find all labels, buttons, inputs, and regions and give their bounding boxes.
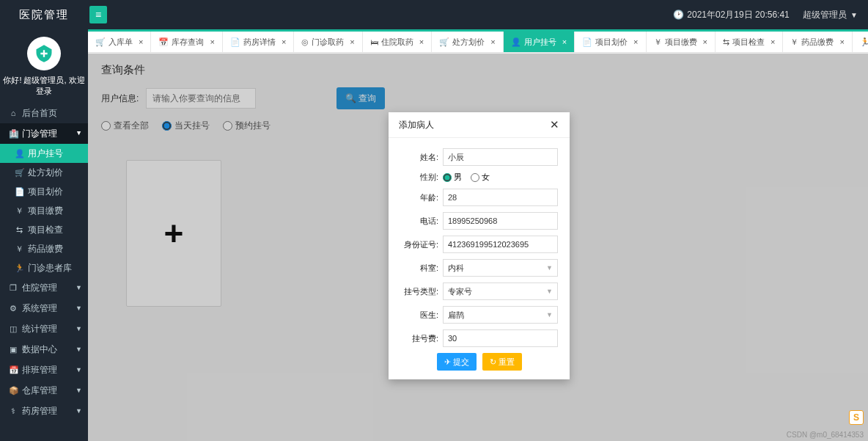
sub-item-check[interactable]: ⇆项目检查 [0,220,88,239]
radio-label: 女 [482,172,490,183]
submit-button[interactable]: ✈提交 [437,353,477,371]
id-input[interactable] [443,236,558,253]
sex-female[interactable]: 女 [471,172,490,183]
menu-toggle-button[interactable]: ≡ [89,6,107,23]
nav-data[interactable]: ▣数据中心▼ [0,339,88,360]
user-icon: 👤 [15,149,23,158]
nav-system[interactable]: ⚙系统管理▼ [0,298,88,318]
tab-item-price[interactable]: 📄项目划价× [575,32,646,52]
close-icon[interactable]: × [419,37,424,46]
calendar-icon: 📅 [9,365,18,375]
nav-stats-label: 统计管理 [22,323,57,335]
doc-icon: 📄 [582,37,592,47]
reset-label: 重置 [499,357,515,368]
tab-label: 药房详情 [243,37,276,48]
nav-pharmacy[interactable]: ⚕药房管理▼ [0,401,88,421]
nav-schedule[interactable]: 📅排班管理▼ [0,360,88,380]
chevron-down-icon: ▼ [76,407,82,415]
close-icon[interactable]: × [562,37,567,46]
person-icon: 🏃 [860,37,868,47]
tab-drug-fee[interactable]: ￥药品缴费× [783,32,852,52]
bed-icon: 🛏 [370,37,378,46]
dept-select[interactable]: 内科▼ [443,259,558,277]
close-icon[interactable]: × [210,37,214,46]
chevron-down-icon: ▼ [76,346,82,353]
calendar-icon: 📅 [158,37,169,47]
tab-drug-detail[interactable]: 📄药房详情× [223,32,294,52]
close-icon[interactable]: × [633,37,638,46]
doctor-select[interactable]: 扁鹊▼ [443,306,558,324]
type-label: 挂号类型: [400,286,443,297]
chevron-down-icon: ▼ [546,288,553,295]
close-icon[interactable]: × [139,37,143,46]
dialog-header: 添加病人 ✕ [389,112,570,138]
nav-inpatient[interactable]: ❐住院管理▼ [0,277,88,298]
tab-label: 项目划价 [595,37,628,48]
sub-outpatient-lib-label: 门诊患者库 [28,262,72,274]
close-icon[interactable]: × [490,37,495,46]
radio-input[interactable] [471,173,479,182]
tab-label: 药品缴费 [801,37,834,48]
close-icon[interactable]: × [350,37,354,46]
select-value: 扁鹊 [448,310,464,321]
sub-outpatient-lib[interactable]: 🏃门诊患者库 [0,258,88,277]
name-label: 姓名: [400,152,443,163]
nav-outpatient[interactable]: 🏥门诊管理▲ [0,123,88,144]
tab-bar: 🛒入库单× 📅库存查询× 📄药房详情× ◎门诊取药× 🛏住院取药× 🛒处方划价×… [88,29,868,53]
tab-stock-query[interactable]: 📅库存查询× [151,32,222,52]
send-icon: ✈ [444,357,451,367]
tab-label: 项目检查 [732,37,765,48]
radio-input[interactable] [443,173,452,182]
name-input[interactable] [443,148,558,166]
tab-prescription-price[interactable]: 🛒处方划价× [432,32,503,52]
home-icon: ⌂ [9,109,18,117]
sex-male[interactable]: 男 [443,172,462,183]
close-icon[interactable]: × [770,37,775,46]
tab-label: 处方划价 [452,37,485,48]
type-select[interactable]: 专家号▼ [443,283,558,300]
tab-label: 入库单 [108,37,133,48]
nav-warehouse[interactable]: 📦仓库管理▼ [0,380,88,401]
dialog-buttons: ✈提交 ↻重置 [400,353,558,371]
tab-inpatient-drug[interactable]: 🛏住院取药× [363,32,432,52]
chevron-down-icon: ▼ [546,264,553,271]
close-icon[interactable]: × [282,37,286,46]
link-icon: ⇆ [15,225,23,235]
tab-user-register[interactable]: 👤用户挂号× [504,32,575,52]
tab-item-fee[interactable]: ￥项目缴费× [647,32,716,52]
tel-input[interactable] [443,212,558,230]
dialog-close-button[interactable]: ✕ [550,118,559,131]
chart-icon: ◫ [9,324,18,334]
welcome-text: 你好! 超级管理员, 欢迎登录 [0,75,88,103]
select-value: 专家号 [448,286,472,297]
cart-icon: 🛒 [15,168,23,178]
chevron-down-icon: ▼ [76,305,82,312]
user-dropdown[interactable]: 超级管理员 ▼ [803,9,858,21]
yen-icon: ￥ [790,37,798,48]
logo-wrap [0,29,88,75]
sub-item-fee[interactable]: ￥项目缴费 [0,201,88,220]
sub-item-price[interactable]: 📄项目划价 [0,182,88,201]
refresh-icon: ↻ [490,357,496,367]
nav-home[interactable]: ⌂后台首页 [0,103,88,123]
nav-warehouse-label: 仓库管理 [22,384,57,397]
sub-user-register[interactable]: 👤用户挂号 [0,144,88,163]
fee-input[interactable] [443,329,558,347]
close-icon[interactable]: × [703,37,707,46]
tab-outpatient-lib[interactable]: 🏃门诊患者库× [853,32,868,52]
sub-prescription-price-label: 处方划价 [28,167,63,179]
sub-prescription-price[interactable]: 🛒处方划价 [0,163,88,182]
close-icon[interactable]: × [839,37,844,46]
id-label: 身份证号: [400,239,443,250]
cart-icon: 🛒 [439,37,449,47]
cart-icon: 🛒 [95,37,106,47]
age-input[interactable] [443,189,558,206]
tab-item-check[interactable]: ⇆项目检查× [716,32,783,52]
tab-outpatient-drug[interactable]: ◎门诊取药× [294,32,362,52]
tab-inbound[interactable]: 🛒入库单× [88,32,151,52]
dialog-body: 姓名: 性别: 男 女 年龄: 电话: 身份证号: 科室:内科▼ 挂号类型:专家… [389,138,570,379]
person-icon: 🏃 [15,263,23,273]
reset-button[interactable]: ↻重置 [482,353,522,371]
nav-stats[interactable]: ◫统计管理▼ [0,318,88,339]
sub-drug-fee[interactable]: ￥药品缴费 [0,239,88,258]
